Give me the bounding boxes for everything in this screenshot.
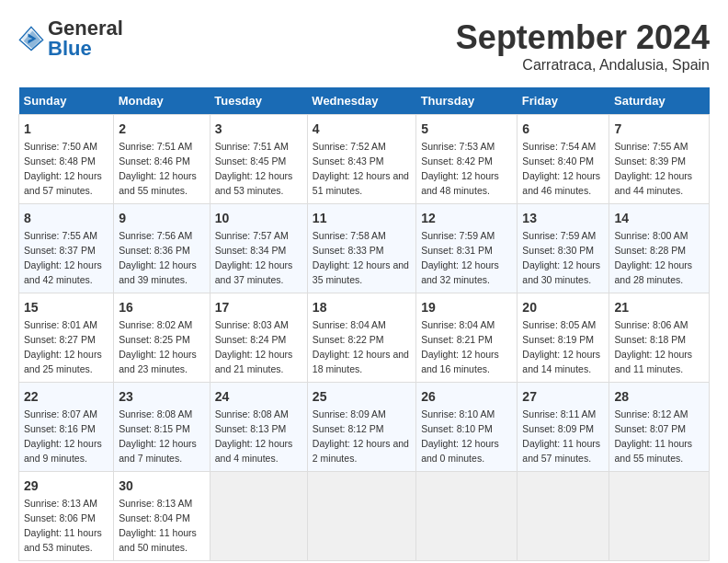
calendar-day-cell: 6 Sunrise: 7:54 AM Sunset: 8:40 PM Dayli…: [518, 115, 609, 204]
calendar-day-cell: 7 Sunrise: 7:55 AM Sunset: 8:39 PM Dayli…: [609, 115, 710, 204]
calendar-day-cell: 9 Sunrise: 7:56 AM Sunset: 8:36 PM Dayli…: [114, 204, 210, 293]
sunrise-text: Sunrise: 8:11 AM: [522, 408, 596, 419]
calendar-day-cell: [609, 472, 710, 561]
sunset-text: Sunset: 8:31 PM: [421, 245, 493, 256]
daylight-text: Daylight: 12 hours and 37 minutes.: [215, 259, 293, 285]
calendar-day-cell: 4 Sunrise: 7:52 AM Sunset: 8:43 PM Dayli…: [307, 115, 415, 204]
day-number: 6: [522, 120, 604, 138]
sunrise-text: Sunrise: 8:01 AM: [24, 319, 97, 330]
sunrise-text: Sunrise: 7:59 AM: [522, 230, 596, 241]
sunset-text: Sunset: 8:22 PM: [313, 334, 384, 345]
sunrise-text: Sunrise: 8:04 AM: [313, 319, 386, 330]
day-of-week-header: Tuesday: [210, 87, 307, 115]
daylight-text: Daylight: 12 hours and 44 minutes.: [614, 170, 692, 196]
daylight-text: Daylight: 12 hours and 7 minutes.: [119, 438, 197, 464]
sunset-text: Sunset: 8:46 PM: [119, 155, 190, 167]
calendar-day-cell: 20 Sunrise: 8:05 AM Sunset: 8:19 PM Dayl…: [518, 293, 609, 383]
calendar-week-row: 22 Sunrise: 8:07 AM Sunset: 8:16 PM Dayl…: [19, 383, 710, 472]
daylight-text: Daylight: 12 hours and 11 minutes.: [614, 349, 692, 374]
daylight-text: Daylight: 11 hours and 57 minutes.: [522, 438, 600, 464]
day-number: 12: [421, 209, 512, 227]
daylight-text: Daylight: 11 hours and 53 minutes.: [24, 527, 102, 553]
calendar-day-cell: [416, 472, 518, 561]
calendar-day-cell: 26 Sunrise: 8:10 AM Sunset: 8:10 PM Dayl…: [416, 383, 518, 472]
daylight-text: Daylight: 12 hours and 57 minutes.: [24, 170, 102, 196]
month-title: September 2024: [456, 18, 710, 57]
daylight-text: Daylight: 12 hours and 42 minutes.: [24, 259, 102, 285]
daylight-text: Daylight: 12 hours and 23 minutes.: [119, 349, 197, 374]
sunset-text: Sunset: 8:45 PM: [215, 155, 287, 167]
sunrise-text: Sunrise: 7:50 AM: [24, 141, 97, 152]
calendar-day-cell: 23 Sunrise: 8:08 AM Sunset: 8:15 PM Dayl…: [114, 383, 210, 472]
sunset-text: Sunset: 8:48 PM: [24, 155, 96, 167]
daylight-text: Daylight: 12 hours and 35 minutes.: [313, 259, 409, 285]
sunset-text: Sunset: 8:28 PM: [614, 245, 686, 256]
calendar-day-cell: 2 Sunrise: 7:51 AM Sunset: 8:46 PM Dayli…: [114, 115, 210, 204]
calendar-day-cell: 18 Sunrise: 8:04 AM Sunset: 8:22 PM Dayl…: [307, 293, 415, 383]
calendar-day-cell: 28 Sunrise: 8:12 AM Sunset: 8:07 PM Dayl…: [609, 383, 710, 472]
calendar-week-row: 1 Sunrise: 7:50 AM Sunset: 8:48 PM Dayli…: [19, 115, 710, 204]
daylight-text: Daylight: 12 hours and 39 minutes.: [119, 259, 197, 285]
sunrise-text: Sunrise: 7:55 AM: [614, 141, 688, 152]
sunrise-text: Sunrise: 8:08 AM: [215, 408, 289, 419]
calendar-day-cell: 10 Sunrise: 7:57 AM Sunset: 8:34 PM Dayl…: [210, 204, 307, 293]
day-number: 1: [24, 120, 108, 138]
day-of-week-header: Friday: [518, 87, 609, 115]
calendar-week-row: 8 Sunrise: 7:55 AM Sunset: 8:37 PM Dayli…: [19, 204, 710, 293]
sunrise-text: Sunrise: 7:53 AM: [421, 141, 495, 152]
day-number: 23: [119, 387, 205, 406]
day-number: 22: [24, 387, 108, 406]
sunrise-text: Sunrise: 7:59 AM: [421, 230, 495, 241]
sunrise-text: Sunrise: 8:03 AM: [215, 319, 289, 330]
calendar-day-cell: 8 Sunrise: 7:55 AM Sunset: 8:37 PM Dayli…: [19, 204, 114, 293]
day-number: 20: [522, 298, 604, 316]
daylight-text: Daylight: 12 hours and 2 minutes.: [313, 438, 409, 464]
calendar-day-cell: 14 Sunrise: 8:00 AM Sunset: 8:28 PM Dayl…: [609, 204, 710, 293]
sunset-text: Sunset: 8:18 PM: [614, 334, 686, 345]
sunset-text: Sunset: 8:30 PM: [522, 245, 594, 256]
sunrise-text: Sunrise: 8:10 AM: [421, 408, 495, 419]
calendar-day-cell: 3 Sunrise: 7:51 AM Sunset: 8:45 PM Dayli…: [210, 115, 307, 204]
sunrise-text: Sunrise: 8:05 AM: [522, 319, 596, 330]
sunset-text: Sunset: 8:39 PM: [614, 155, 686, 167]
day-number: 30: [119, 477, 205, 495]
sunset-text: Sunset: 8:34 PM: [215, 245, 287, 256]
day-of-week-header: Saturday: [609, 87, 710, 115]
sunrise-text: Sunrise: 8:09 AM: [313, 408, 386, 419]
calendar-day-cell: 12 Sunrise: 7:59 AM Sunset: 8:31 PM Dayl…: [416, 204, 518, 293]
sunrise-text: Sunrise: 7:51 AM: [119, 141, 192, 152]
day-of-week-header: Monday: [114, 87, 210, 115]
sunset-text: Sunset: 8:15 PM: [119, 423, 190, 434]
calendar-day-cell: 22 Sunrise: 8:07 AM Sunset: 8:16 PM Dayl…: [19, 383, 114, 472]
daylight-text: Daylight: 11 hours and 50 minutes.: [119, 527, 197, 553]
calendar-day-cell: 1 Sunrise: 7:50 AM Sunset: 8:48 PM Dayli…: [19, 115, 114, 204]
sunrise-text: Sunrise: 8:13 AM: [119, 498, 192, 509]
day-number: 10: [215, 209, 302, 227]
day-number: 2: [119, 120, 205, 138]
sunset-text: Sunset: 8:27 PM: [24, 334, 96, 345]
sunset-text: Sunset: 8:10 PM: [421, 423, 493, 434]
day-number: 26: [421, 387, 512, 406]
sunrise-text: Sunrise: 8:08 AM: [119, 408, 192, 419]
day-number: 25: [313, 387, 411, 406]
daylight-text: Daylight: 12 hours and 30 minutes.: [522, 259, 600, 285]
day-number: 18: [313, 298, 411, 316]
sunrise-text: Sunrise: 8:02 AM: [119, 319, 192, 330]
sunset-text: Sunset: 8:19 PM: [522, 334, 594, 345]
calendar-day-cell: 21 Sunrise: 8:06 AM Sunset: 8:18 PM Dayl…: [609, 293, 710, 383]
daylight-text: Daylight: 12 hours and 18 minutes.: [313, 349, 409, 374]
sunset-text: Sunset: 8:04 PM: [119, 512, 190, 523]
sunset-text: Sunset: 8:13 PM: [215, 423, 287, 434]
calendar-day-cell: 11 Sunrise: 7:58 AM Sunset: 8:33 PM Dayl…: [307, 204, 415, 293]
sunrise-text: Sunrise: 7:55 AM: [24, 230, 97, 241]
daylight-text: Daylight: 12 hours and 55 minutes.: [119, 170, 197, 196]
sunrise-text: Sunrise: 8:06 AM: [614, 319, 688, 330]
day-number: 29: [24, 477, 108, 495]
daylight-text: Daylight: 12 hours and 25 minutes.: [24, 349, 102, 374]
calendar-day-cell: 25 Sunrise: 8:09 AM Sunset: 8:12 PM Dayl…: [307, 383, 415, 472]
sunset-text: Sunset: 8:09 PM: [522, 423, 594, 434]
day-of-week-header: Thursday: [416, 87, 518, 115]
day-number: 13: [522, 209, 604, 227]
sunrise-text: Sunrise: 8:13 AM: [24, 498, 97, 509]
day-of-week-header: Sunday: [19, 87, 114, 115]
